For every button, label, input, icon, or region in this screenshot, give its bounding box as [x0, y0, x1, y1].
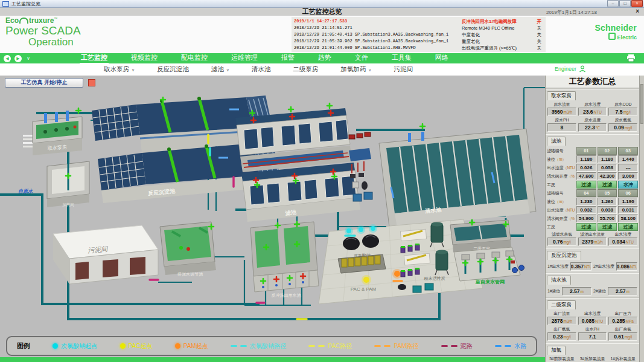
panel-field: 原水氨氮0.09mg/l — [608, 117, 637, 132]
subnav-item-污泥间[interactable]: 污泥间 — [394, 65, 413, 74]
section-tab-反应沉淀池[interactable]: 反应沉淀池 — [547, 251, 581, 260]
filter-cell: 0.058 — [598, 164, 617, 172]
filter-row-label: 液位（m） — [547, 157, 575, 163]
clear-water-pool[interactable]: 清水池 — [379, 129, 536, 231]
intake-pump-house[interactable]: 取水泵房 — [23, 111, 82, 155]
legend-item-次氯酸钠路径: 次氯酸钠路径 — [231, 342, 286, 351]
alarm-row[interactable]: 2018/12/29 21:05:40.413 SP.Substation3.A… — [294, 31, 543, 38]
filter-row: 出水浊度（NTU）0.0320.0380.031 — [547, 206, 638, 214]
field-unit: m — [626, 289, 630, 294]
nav-item-文件[interactable]: 文件 — [354, 53, 369, 64]
dosing-tank[interactable]: 加药间 — [47, 160, 89, 207]
schneider-logo: Schneider Electric — [595, 23, 637, 40]
alarm-row[interactable]: 2018/12/29 21:01:44.009 SP.Substation1.A… — [294, 45, 543, 51]
nav-items: 工艺监控视频监控配电监控运维管理报警趋势文件工具集网络 — [80, 53, 450, 64]
field-label: 3#后加氯流量 — [578, 356, 607, 362]
subnav-item-二级泵房[interactable]: 二级泵房 — [293, 65, 318, 74]
parameter-panel: 工艺参数汇总 取水泵房原水流量3560m3/h原水浊度23.6NTU原水COD7… — [545, 76, 639, 362]
filter-cell: 42.300 — [598, 172, 617, 180]
filter-row-label: 滤格编号 — [547, 190, 575, 196]
app-icon — [2, 1, 9, 7]
field-value: 7.1 — [578, 332, 607, 341]
subnav-item-滤池[interactable]: 滤池∨ — [211, 65, 229, 74]
section-tab-清水池[interactable]: 清水池 — [547, 276, 571, 285]
field-unit: MPa — [626, 319, 634, 323]
secondary-pump-house[interactable]: 二级泵房 至自来水管网 — [450, 220, 524, 285]
filter-row-label: 液位（m） — [547, 199, 575, 205]
field-value: 22.3℃ — [578, 123, 607, 132]
legend-label: PAM起点 — [183, 342, 208, 351]
plant-3d-view[interactable]: 取水泵房 加药间 — [0, 76, 545, 362]
printer-icon[interactable] — [626, 53, 636, 64]
subnav-item-清水池[interactable]: 清水池 — [252, 65, 271, 74]
panel-field: 5#前加氯流量0.38Kg/h — [547, 356, 576, 362]
alarm-row[interactable]: 2018/12/29 21:14:51.271Remote M340 PLC O… — [294, 25, 543, 31]
nav-dropdown-icon[interactable]: ∨ — [27, 56, 30, 61]
filter-row: 清水阀开度（%）54.90055.70058.100 — [547, 215, 638, 222]
field-unit: mg/l — [563, 240, 570, 244]
subnav-item-反应沉淀池[interactable]: 反应沉淀池 — [157, 65, 189, 74]
nav-item-工具集[interactable]: 工具集 — [391, 53, 413, 64]
regulation-pool[interactable]: 排泥水调节池 — [160, 222, 216, 277]
panel-field: 原水COD7.5mg/l — [608, 102, 637, 116]
alarm-row[interactable]: 2018/12/29 21:05:39.902 SP.Substation3.A… — [294, 38, 543, 45]
alarm-message: Remote M340 PLC Offline — [462, 25, 533, 31]
panel-field: 滤池出水流量2379m3/h — [578, 231, 607, 246]
legend-label: 次氯酸钠路径 — [250, 342, 286, 351]
scrollbar-thumb[interactable] — [640, 84, 643, 124]
page-close-icon[interactable]: × — [636, 8, 639, 15]
nav-item-视频监控[interactable]: 视频监控 — [130, 53, 159, 64]
field-grid: 滤后水余氯0.76mg/l滤池出水流量2379m3/h出水浊度0.034NTU — [546, 231, 639, 246]
backwash-reuse-pools[interactable]: 反冲洗回用水池 — [250, 222, 319, 298]
filter-cell: 水冲 — [618, 181, 638, 189]
field-value: 2.57m — [608, 287, 637, 296]
nav-item-报警[interactable]: 报警 — [280, 53, 296, 64]
section-tab-加氯[interactable]: 加氯 — [547, 346, 566, 355]
field-label: 原水浊度 — [578, 102, 607, 108]
field-grid: 原水流量3560m3/h原水浊度23.6NTU原水COD7.5mg/l原水PH8… — [546, 102, 639, 132]
section-tab-二级泵房[interactable]: 二级泵房 — [547, 300, 576, 309]
section-tab-滤池[interactable]: 滤池 — [547, 137, 566, 146]
back-icon[interactable]: ◀ — [4, 55, 11, 62]
field-unit: mg/l — [563, 335, 570, 339]
field-label: 原水流量 — [547, 102, 576, 108]
field-unit: m3/h — [594, 240, 602, 244]
legend-dash-icon — [495, 345, 511, 347]
user-badge[interactable]: Engineer — [555, 65, 586, 73]
nav-item-运维管理[interactable]: 运维管理 — [230, 53, 259, 64]
legend-label: PAM路径 — [394, 342, 418, 351]
filter-house[interactable]: 滤池 — [235, 108, 372, 222]
field-unit: ℃ — [596, 126, 600, 130]
alarm-message: 重度老化 — [462, 38, 533, 45]
section-tab-取水泵房[interactable]: 取水泵房 — [547, 91, 576, 100]
alarm-message: 出线电缆严重温升 (>=65℃) — [462, 45, 533, 51]
alarm-list[interactable]: 2019/1/1 14:27:17.533反冲洗回用水1#电磁阀故障开2018/… — [292, 17, 546, 52]
forward-icon[interactable]: ▶ — [14, 55, 22, 62]
nav-item-趋势[interactable]: 趋势 — [317, 53, 333, 64]
alarm-row[interactable]: 2019/1/1 14:27:17.533反冲洗回用水1#电磁阀故障开 — [294, 18, 543, 25]
simulation-toggle-button[interactable]: 工艺仿真 开始/停止 — [5, 78, 83, 88]
filter-cell: 0.026 — [576, 164, 596, 172]
bottom-green-bar — [0, 357, 545, 362]
panel-scrollbar[interactable] — [639, 76, 644, 362]
dosing-tank-label: 加药间 — [62, 202, 74, 207]
minimize-button[interactable]: – — [607, 0, 619, 7]
filter-row-unit: （%） — [567, 216, 575, 221]
filter-row-unit: （%） — [567, 174, 575, 178]
field-value: 2.57m — [562, 287, 591, 296]
nav-item-配电监控[interactable]: 配电监控 — [180, 53, 209, 64]
nav-item-工艺监控[interactable]: 工艺监控 — [80, 53, 109, 64]
sludge-building[interactable]: 污泥间 — [53, 225, 158, 284]
field-value: 8 — [547, 123, 576, 132]
close-button[interactable]: × — [631, 0, 643, 7]
filter-cell: 06 — [618, 189, 638, 197]
filter-cell: 55.700 — [598, 215, 617, 222]
subnav-item-加氯加药[interactable]: 加氯加药∨ — [340, 65, 371, 74]
restore-button[interactable]: □ — [619, 0, 631, 7]
alarm-time: 2018/12/29 21:01:44.009 SP.Substation1.A… — [294, 45, 462, 51]
nav-item-网络[interactable]: 网络 — [434, 53, 450, 64]
alarm-state: 关 — [533, 38, 541, 45]
legend-label: 次氯酸钠起点 — [61, 342, 97, 351]
subnav-item-取水泵房[interactable]: 取水泵房∨ — [104, 65, 135, 74]
regulation-pool-label: 排泥水调节池 — [177, 272, 203, 277]
